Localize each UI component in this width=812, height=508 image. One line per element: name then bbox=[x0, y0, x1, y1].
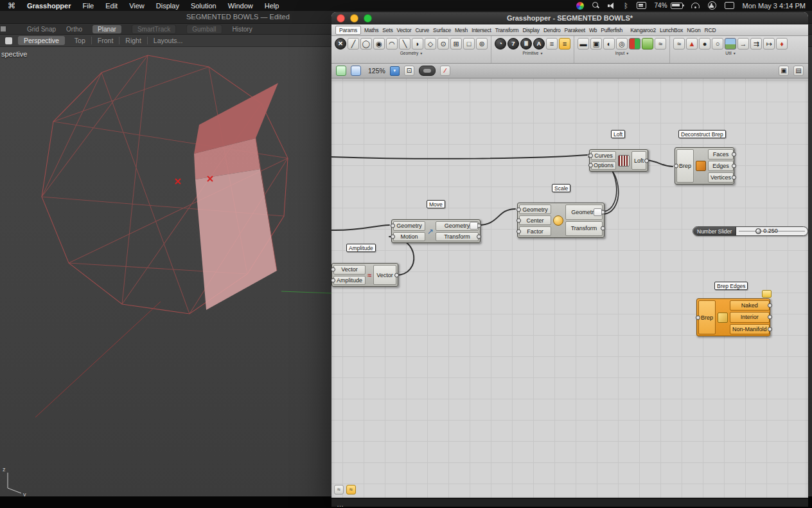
tab-curve[interactable]: Curve bbox=[414, 26, 430, 34]
tab-top[interactable]: Top bbox=[69, 37, 91, 44]
color-wheel-icon[interactable] bbox=[576, 2, 584, 10]
output-grip[interactable] bbox=[394, 273, 399, 277]
menu-window[interactable]: Window bbox=[228, 2, 253, 10]
tab-pufferfish[interactable]: Pufferfish bbox=[600, 26, 623, 34]
group-label-primitive[interactable]: Primitive▾ bbox=[495, 51, 570, 55]
output-flag-badge[interactable] bbox=[470, 222, 478, 230]
red-pen-icon[interactable]: ∕ bbox=[440, 66, 450, 76]
pipe-icon[interactable]: ↦ bbox=[763, 38, 775, 50]
output-grip[interactable] bbox=[477, 234, 481, 239]
output-grip[interactable] bbox=[768, 327, 772, 331]
pen-icon[interactable]: ╱ bbox=[348, 38, 359, 50]
image-icon[interactable] bbox=[725, 38, 736, 50]
viewport-grid-icon[interactable] bbox=[5, 37, 12, 44]
menubar-clock[interactable]: Mon May 3 4:14 PM bbox=[743, 2, 806, 10]
input-grip[interactable] bbox=[516, 229, 521, 233]
point-icon[interactable]: ◉ bbox=[373, 38, 385, 50]
display-icon[interactable] bbox=[725, 2, 734, 9]
output-grip[interactable] bbox=[644, 158, 649, 163]
relay-icon[interactable]: ● bbox=[699, 38, 710, 50]
debrep-output-faces[interactable]: Faces bbox=[708, 149, 734, 159]
brep-edges-component[interactable]: Brep Naked Interior Non-Manifold bbox=[696, 298, 770, 336]
scale-input-factor[interactable]: Factor bbox=[519, 226, 551, 236]
camera-icon[interactable]: ▤ bbox=[793, 66, 804, 76]
brep-edges-output-interior[interactable]: Interior bbox=[730, 312, 770, 322]
gh-canvas[interactable]: Loft Curves Options Loft Deconstruct Bre… bbox=[331, 78, 808, 498]
display-settings-icon[interactable]: ▣ bbox=[779, 66, 789, 76]
amplitude-output-vector[interactable]: Vector bbox=[373, 265, 396, 285]
tab-ngon[interactable]: NGon bbox=[686, 26, 701, 34]
tab-vector[interactable]: Vector bbox=[396, 26, 412, 34]
deconstruct-brep-component[interactable]: Brep Faces Edges Vertices bbox=[675, 147, 734, 185]
slider-knob[interactable] bbox=[755, 228, 761, 234]
gradient-icon[interactable] bbox=[629, 38, 640, 50]
tab-front[interactable]: Front bbox=[91, 37, 119, 44]
group-label-input[interactable]: Input▾ bbox=[578, 51, 666, 55]
input-grip[interactable] bbox=[331, 268, 335, 272]
canvas-sketch-icon[interactable]: ≈ bbox=[334, 485, 344, 494]
battery-icon[interactable] bbox=[671, 3, 683, 9]
viewport-name-label[interactable]: spective bbox=[1, 50, 27, 58]
wire-to-move-geometry[interactable] bbox=[331, 225, 389, 230]
tab-wb[interactable]: Wb bbox=[588, 26, 597, 34]
bars-icon[interactable]: Ⅲ bbox=[520, 38, 532, 50]
input-grip[interactable] bbox=[331, 278, 335, 282]
file-blue-icon[interactable] bbox=[351, 66, 361, 76]
tab-surface[interactable]: Surface bbox=[432, 26, 452, 34]
gh-titlebar[interactable]: Grasshopper - SEGMENTED BOWLS* bbox=[331, 12, 808, 24]
cluster-icon[interactable]: ○ bbox=[712, 38, 723, 50]
zoom-button[interactable] bbox=[364, 14, 372, 23]
drop-icon[interactable]: ♦ bbox=[776, 38, 788, 50]
user-icon[interactable] bbox=[708, 1, 716, 10]
flame-icon[interactable]: ▲ bbox=[686, 38, 698, 50]
menu-help[interactable]: Help bbox=[265, 2, 279, 10]
canvas-paint-icon[interactable]: ≈ bbox=[346, 485, 356, 494]
move-input-geometry[interactable]: Geometry bbox=[393, 221, 425, 231]
apple-menu-icon[interactable]: ⌘ bbox=[8, 1, 15, 10]
tab-rcd[interactable]: RCD bbox=[704, 26, 717, 34]
file-green-icon[interactable] bbox=[336, 66, 346, 76]
tab-intersect[interactable]: Intersect bbox=[471, 26, 492, 34]
input-grip[interactable] bbox=[391, 224, 395, 228]
tab-maths[interactable]: Maths bbox=[364, 26, 379, 34]
ortho-toggle[interactable]: Ortho bbox=[66, 26, 82, 33]
amplitude-input-amplitude[interactable]: Amplitude bbox=[333, 276, 366, 286]
input-grip[interactable] bbox=[674, 164, 678, 168]
chevron-down-icon[interactable]: ▾ bbox=[626, 51, 628, 55]
volume-icon[interactable] bbox=[608, 3, 615, 9]
menu-solution[interactable]: Solution bbox=[191, 2, 216, 10]
input-grip[interactable] bbox=[516, 218, 521, 222]
double-arrow-icon[interactable]: ⇉ bbox=[750, 38, 762, 50]
menu-edit[interactable]: Edit bbox=[105, 2, 118, 10]
tab-layouts[interactable]: Layouts... bbox=[147, 37, 189, 44]
output-grip[interactable] bbox=[732, 152, 736, 157]
loft-surface[interactable] bbox=[194, 83, 278, 310]
output-grip[interactable] bbox=[732, 176, 736, 180]
loft-output-loft[interactable]: Loft bbox=[631, 151, 646, 170]
menu-display[interactable]: Display bbox=[156, 2, 179, 10]
leaf-icon[interactable]: ◗ bbox=[412, 38, 423, 50]
brep-edges-output-naked[interactable]: Naked bbox=[730, 300, 770, 311]
number-icon[interactable]: 7 bbox=[508, 38, 519, 50]
focus-frame-icon[interactable]: ⊡ bbox=[404, 66, 414, 76]
tab-panelingtools[interactable] bbox=[626, 30, 627, 31]
tab-transform[interactable]: Transform bbox=[495, 26, 520, 34]
swatch-icon[interactable] bbox=[642, 38, 653, 50]
input-grip[interactable] bbox=[696, 315, 700, 320]
group-label-util[interactable]: Util▾ bbox=[673, 51, 788, 55]
ellipse-icon[interactable]: ◯ bbox=[360, 38, 372, 50]
wire-curves-to-loft[interactable] bbox=[331, 155, 587, 159]
scale-input-geometry[interactable]: Geometry bbox=[519, 204, 551, 214]
toolbar-corner-icon[interactable] bbox=[1, 26, 6, 32]
amplitude-input-vector[interactable]: Vector bbox=[333, 265, 366, 275]
gridsnap-toggle[interactable]: Grid Snap bbox=[27, 26, 56, 33]
arrow-icon[interactable]: → bbox=[737, 38, 749, 50]
input-grip[interactable] bbox=[588, 163, 593, 168]
tab-right[interactable]: Right bbox=[119, 37, 147, 44]
zoom-dropdown-button[interactable]: ▾ bbox=[390, 66, 400, 76]
diamond-icon[interactable]: ◇ bbox=[425, 38, 436, 50]
loft-input-options[interactable]: Options bbox=[591, 161, 616, 170]
scale-output-transform[interactable]: Transform bbox=[565, 221, 603, 237]
number-slider-component[interactable]: Number Slider 0.250 bbox=[693, 226, 808, 236]
planar-toggle[interactable]: Planar bbox=[93, 25, 121, 33]
